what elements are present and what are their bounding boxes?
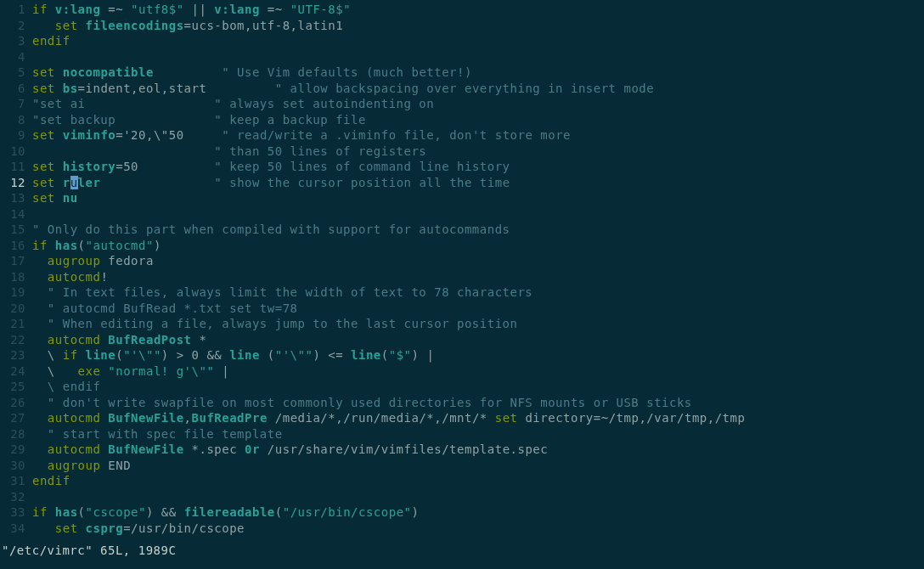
code-content[interactable]: if v:lang =~ "utf8$" || v:lang =~ "UTF-8… xyxy=(32,2,924,18)
code-content[interactable]: set bs=indent,eol,start " allow backspac… xyxy=(32,81,924,97)
code-line[interactable]: 23 \ if line("'\"") > 0 && line ("'\"") … xyxy=(0,347,924,363)
line-number: 23 xyxy=(0,347,32,363)
code-content[interactable]: " don't write swapfile on most commonly … xyxy=(32,395,924,411)
line-number: 19 xyxy=(0,284,32,301)
code-token: augroup xyxy=(48,459,101,472)
code-line[interactable]: 11set history=50 " keep 50 lines of comm… xyxy=(0,159,924,175)
code-content[interactable]: " than 50 lines of registers xyxy=(32,144,924,160)
code-token: line xyxy=(229,348,260,362)
code-line[interactable]: 17 augroup fedora xyxy=(0,253,924,269)
code-content[interactable]: "set backup " keep a backup file xyxy=(32,112,924,128)
code-content[interactable]: \ exe "normal! g'\"" | xyxy=(32,363,924,380)
code-line[interactable]: 6set bs=indent,eol,start " allow backspa… xyxy=(0,81,924,97)
code-token: =50 xyxy=(116,160,214,173)
code-token: BufReadPost xyxy=(108,333,191,346)
code-token: "UTF-8$" xyxy=(290,3,351,16)
code-content[interactable]: set viminfo='20,\"50 " read/write a .vim… xyxy=(32,127,924,144)
code-content[interactable]: set ruler " show the cursor position all… xyxy=(32,175,924,191)
code-content[interactable]: augroup END xyxy=(32,458,924,474)
code-line[interactable]: 22 autocmd BufReadPost * xyxy=(0,332,924,348)
code-line[interactable]: 7"set ai " always set autoindenting on xyxy=(0,96,924,112)
code-line[interactable]: 8"set backup " keep a backup file xyxy=(0,112,924,128)
code-line[interactable]: 9set viminfo='20,\"50 " read/write a .vi… xyxy=(0,127,924,144)
code-line[interactable]: 20 " autocmd BufRead *.txt set tw=78 xyxy=(0,301,924,317)
code-token xyxy=(154,65,222,79)
code-content[interactable]: autocmd BufNewFile *.spec 0r /usr/share/… xyxy=(32,442,924,458)
code-content[interactable]: set csprg=/usr/bin/cscope xyxy=(32,521,924,537)
code-line[interactable]: 2 set fileencodings=ucs-bom,utf-8,latin1 xyxy=(0,18,924,34)
code-content[interactable]: \ endif xyxy=(32,379,924,395)
code-token: ( xyxy=(78,505,86,519)
code-line[interactable]: 21 " When editing a file, always jump to… xyxy=(0,316,924,332)
code-content[interactable]: if has("autocmd") xyxy=(32,238,924,254)
code-content[interactable]: set fileencodings=ucs-bom,utf-8,latin1 xyxy=(32,18,924,34)
vim-editor[interactable]: 1if v:lang =~ "utf8$" || v:lang =~ "UTF-… xyxy=(0,0,924,569)
code-token: viminfo xyxy=(63,128,116,142)
line-number: 15 xyxy=(0,222,32,238)
code-line[interactable]: 19 " In text files, always limit the wid… xyxy=(0,284,924,301)
code-line[interactable]: 27 autocmd BufNewFile,BufReadPre /media/… xyxy=(0,410,924,426)
code-line[interactable]: 10 " than 50 lines of registers xyxy=(0,144,924,160)
code-token: bs xyxy=(63,82,78,95)
code-line[interactable]: 34 set csprg=/usr/bin/cscope xyxy=(0,521,924,537)
editor-body[interactable]: 1if v:lang =~ "utf8$" || v:lang =~ "UTF-… xyxy=(0,2,924,536)
code-line[interactable]: 16if has("autocmd") xyxy=(0,238,924,254)
code-line[interactable]: 26 " don't write swapfile on most common… xyxy=(0,395,924,411)
code-token xyxy=(100,364,108,378)
code-content[interactable]: "set ai " always set autoindenting on xyxy=(32,96,924,112)
line-number: 22 xyxy=(0,332,32,348)
code-line[interactable]: 15" Only do this part when compiled with… xyxy=(0,222,924,238)
code-content[interactable] xyxy=(32,206,924,223)
line-number: 18 xyxy=(0,269,32,285)
code-token: "autocmd" xyxy=(86,239,154,252)
code-content[interactable]: " start with spec file template xyxy=(32,426,924,442)
code-line[interactable]: 29 autocmd BufNewFile *.spec 0r /usr/sha… xyxy=(0,442,924,458)
code-token xyxy=(32,459,48,472)
code-line[interactable]: 18 autocmd! xyxy=(0,269,924,285)
code-content[interactable] xyxy=(32,489,924,505)
code-content[interactable]: augroup fedora xyxy=(32,253,924,269)
code-token: u xyxy=(70,176,78,189)
code-line[interactable]: 30 augroup END xyxy=(0,458,924,474)
code-token xyxy=(32,521,55,535)
code-line[interactable]: 31endif xyxy=(0,473,924,489)
code-line[interactable]: 4 xyxy=(0,49,924,65)
code-content[interactable]: set history=50 " keep 50 lines of comman… xyxy=(32,159,924,175)
code-token: set xyxy=(32,191,55,205)
code-token: ( xyxy=(381,348,389,362)
code-token: "/usr/bin/cscope" xyxy=(283,505,412,519)
code-line[interactable]: 32 xyxy=(0,489,924,505)
code-line[interactable]: 33if has("cscope") && filereadable("/usr… xyxy=(0,504,924,521)
code-line[interactable]: 13set nu xyxy=(0,190,924,206)
code-content[interactable]: if has("cscope") && filereadable("/usr/b… xyxy=(32,504,924,521)
code-line[interactable]: 28 " start with spec file template xyxy=(0,426,924,442)
code-content[interactable]: " autocmd BufRead *.txt set tw=78 xyxy=(32,301,924,317)
code-content[interactable]: " In text files, always limit the width … xyxy=(32,284,924,301)
code-line[interactable]: 3endif xyxy=(0,33,924,49)
code-line[interactable]: 5set nocompatible " Use Vim defaults (mu… xyxy=(0,65,924,81)
code-content[interactable]: autocmd! xyxy=(32,269,924,285)
code-token: fedora xyxy=(100,254,154,268)
code-content[interactable]: endif xyxy=(32,473,924,489)
code-token xyxy=(32,254,48,268)
code-content[interactable]: " When editing a file, always jump to th… xyxy=(32,316,924,332)
code-line[interactable]: 24 \ exe "normal! g'\"" | xyxy=(0,363,924,380)
code-content[interactable]: autocmd BufNewFile,BufReadPre /media/*,/… xyxy=(32,410,924,426)
code-line[interactable]: 12set ruler " show the cursor position a… xyxy=(0,175,924,191)
code-token: if xyxy=(63,348,78,362)
code-content[interactable]: set nu xyxy=(32,190,924,206)
code-token: " autocmd BufRead *.txt set tw=78 xyxy=(48,301,298,315)
code-content[interactable]: \ if line("'\"") > 0 && line ("'\"") <= … xyxy=(32,347,924,363)
line-number: 11 xyxy=(0,159,32,175)
code-token: "'\"" xyxy=(123,348,161,362)
code-content[interactable] xyxy=(32,49,924,65)
code-line[interactable]: 25 \ endif xyxy=(0,379,924,395)
code-content[interactable]: set nocompatible " Use Vim defaults (muc… xyxy=(32,65,924,81)
code-content[interactable]: " Only do this part when compiled with s… xyxy=(32,222,924,238)
code-line[interactable]: 1if v:lang =~ "utf8$" || v:lang =~ "UTF-… xyxy=(0,2,924,18)
code-content[interactable]: endif xyxy=(32,33,924,49)
code-content[interactable]: autocmd BufReadPost * xyxy=(32,332,924,348)
code-line[interactable]: 14 xyxy=(0,206,924,223)
code-token: if xyxy=(32,239,48,252)
line-number: 20 xyxy=(0,301,32,317)
